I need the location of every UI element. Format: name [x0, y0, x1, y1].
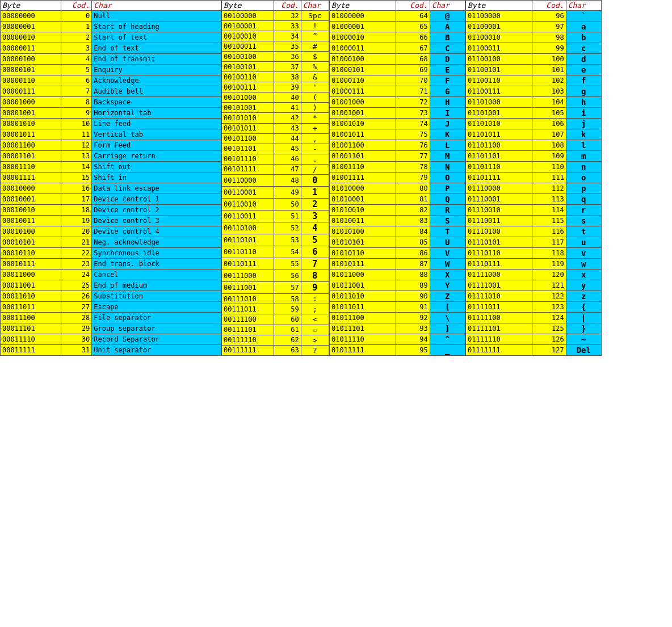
cell-char-sym: E — [430, 65, 465, 75]
table-row: 00101010 42 * — [222, 113, 329, 123]
table-row: 00100101 37 % — [222, 62, 329, 72]
cell-cod: 67 — [396, 43, 430, 54]
table-row: 01010011 83 S — [330, 216, 465, 226]
cell-char-name: Shift out — [92, 162, 221, 172]
cell-cod: 17 — [61, 194, 92, 205]
table-row: 00001001 9 Horizontal tab — [1, 108, 221, 119]
cell-byte: 01100110 — [466, 75, 532, 86]
cell-cod: 43 — [274, 123, 301, 133]
cell-byte: 01000110 — [330, 75, 396, 86]
cell-byte: 00110100 — [222, 222, 274, 234]
cell-byte: 01001010 — [330, 119, 396, 129]
table-row: 00100001 33 ! — [222, 21, 329, 31]
table-row: 00000101 5 Enquiry — [1, 65, 221, 75]
table-row: 01100110 102 f — [466, 75, 602, 86]
header-cod-1: Cod. — [61, 1, 92, 11]
cell-cod: 45 — [274, 144, 301, 154]
table-row: 01111010 122 z — [466, 291, 602, 302]
cell-byte: 00111101 — [222, 325, 274, 335]
cell-cod: 79 — [396, 172, 430, 183]
table-row: 00111011 59 ; — [222, 304, 329, 314]
header-byte-1: Byte — [1, 1, 61, 11]
cell-char-sym: B — [430, 32, 465, 43]
cell-cod: 44 — [274, 133, 301, 144]
cell-byte: 01101000 — [466, 97, 532, 108]
table-row: 01011110 94 ^ — [330, 334, 465, 345]
cell-cod: 2 — [61, 32, 92, 43]
cell-byte: 01001001 — [330, 108, 396, 119]
table-row: 00101100 44 , — [222, 133, 329, 144]
cell-char-name: Substitution — [92, 291, 221, 302]
cell-cod: 22 — [61, 248, 92, 259]
cell-cod: 28 — [61, 313, 92, 323]
cell-byte: 01001011 — [330, 129, 396, 140]
table-row: 01001101 77 M — [330, 151, 465, 162]
cell-byte: 01101010 — [466, 119, 532, 129]
cell-byte: 01001100 — [330, 140, 396, 151]
cell-char-sym: S — [430, 216, 465, 226]
cell-cod: 15 — [61, 172, 92, 183]
cell-byte: 00010111 — [1, 259, 61, 270]
cell-char-sym: { — [566, 302, 601, 313]
cell-cod: 62 — [274, 335, 301, 345]
cell-byte: 00100111 — [222, 82, 274, 92]
cell-char-sym: 4 — [301, 222, 329, 234]
cell-char-sym: \ — [430, 313, 465, 323]
table-row: 01110010 114 r — [466, 205, 602, 216]
cell-cod: 35 — [274, 41, 301, 52]
cell-cod: 84 — [396, 226, 430, 237]
cell-byte: 00010110 — [1, 248, 61, 259]
cell-byte: 00100011 — [222, 41, 274, 52]
table-row: 01000010 66 B — [330, 32, 465, 43]
cell-char-name: End trans. block — [92, 259, 221, 270]
cell-cod: 29 — [61, 323, 92, 334]
cell-char-name: Start of heading — [92, 22, 221, 32]
section-2: Byte Cod. Char 00100000 32 Spc 00100001 … — [221, 0, 329, 356]
table-row: 00001011 11 Vertical tab — [1, 129, 221, 140]
cell-byte: 01010001 — [330, 194, 396, 205]
cell-char-sym: r — [566, 205, 601, 216]
table-row: 01101011 107 k — [466, 129, 602, 140]
cell-char-sym: a — [566, 22, 601, 32]
header-byte-2: Byte — [222, 1, 274, 11]
table-row: 01110101 117 u — [466, 237, 602, 248]
cell-cod: 127 — [532, 345, 566, 356]
cell-char-name: File separator — [92, 313, 221, 323]
cell-char-sym: ) — [301, 103, 329, 113]
cell-byte: 01010011 — [330, 216, 396, 226]
cell-char-name: Carriage return — [92, 151, 221, 162]
cell-char-sym: ^ — [430, 334, 465, 345]
cell-byte: 00100001 — [222, 21, 274, 31]
cell-cod: 13 — [61, 151, 92, 162]
cell-cod: 56 — [274, 270, 301, 282]
cell-cod: 55 — [274, 258, 301, 270]
cell-byte: 01101001 — [466, 108, 532, 119]
cell-char-sym: 5 — [301, 234, 329, 246]
cell-byte: 00000110 — [1, 75, 61, 86]
table-row: 00100111 39 ' — [222, 82, 329, 92]
cell-byte: 01011110 — [330, 334, 396, 345]
cell-char-sym: 9 — [301, 282, 329, 294]
cell-cod: 20 — [61, 226, 92, 237]
table-row: 01100100 100 d — [466, 54, 602, 65]
cell-byte: 01111110 — [466, 334, 532, 345]
cell-byte: 00010010 — [1, 205, 61, 216]
cell-char-sym: O — [430, 172, 465, 183]
table-row: 00000111 7 Audible bell — [1, 86, 221, 97]
cell-byte: 00110101 — [222, 234, 274, 246]
cell-cod: 39 — [274, 82, 301, 92]
cell-byte: 01100000 — [466, 11, 532, 22]
cell-cod: 80 — [396, 183, 430, 194]
cell-cod: 8 — [61, 97, 92, 108]
table-row: 00111001 57 9 — [222, 282, 329, 294]
table-row: 01111000 120 x — [466, 270, 602, 280]
cell-char-name: Acknowledge — [92, 75, 221, 86]
cell-byte: 01101101 — [466, 151, 532, 162]
cell-char-sym: / — [301, 164, 329, 174]
cell-byte: 00000011 — [1, 43, 61, 54]
cell-cod: 78 — [396, 162, 430, 172]
cell-cod: 71 — [396, 86, 430, 97]
cell-cod: 47 — [274, 164, 301, 174]
cell-cod: 53 — [274, 234, 301, 246]
cell-char-sym: 3 — [301, 210, 329, 222]
